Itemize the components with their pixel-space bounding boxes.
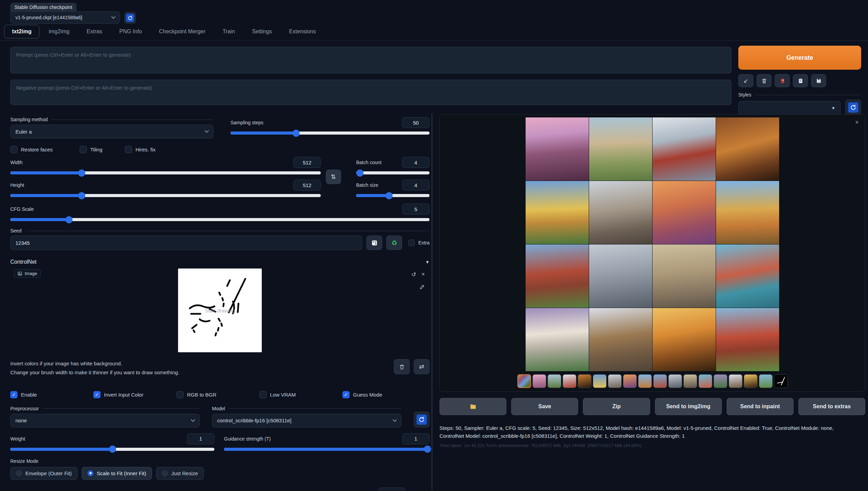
gallery-image[interactable] [716, 181, 779, 244]
sampling-steps-value[interactable]: 50 [402, 117, 430, 128]
model-refresh-button[interactable] [414, 412, 430, 427]
gallery-image[interactable] [526, 117, 589, 181]
gallery-image[interactable] [653, 117, 716, 181]
slider-knob[interactable] [386, 192, 393, 199]
send-to-extras-button[interactable]: Send to extras [798, 398, 865, 415]
tab-extras[interactable]: Extras [79, 25, 110, 38]
swap-width-height-button[interactable]: ⇅ [326, 170, 341, 184]
controlnet-model-dropdown[interactable]: control_scribble-fp16 [c508311e] [212, 414, 401, 427]
weight-value[interactable]: 1 [187, 433, 214, 444]
gallery-thumbnail[interactable] [517, 374, 531, 388]
gallery-image[interactable] [653, 244, 716, 308]
width-value[interactable]: 512 [293, 157, 321, 168]
styles-dropdown[interactable]: ▼ [738, 101, 841, 115]
slider-knob[interactable] [356, 169, 363, 176]
resize-scale-to-fit-radio[interactable]: Scale to Fit (Inner Fit) [82, 467, 152, 480]
tab-txt2img[interactable]: txt2img [4, 25, 39, 38]
gallery-thumbnail[interactable] [563, 374, 576, 388]
slider-knob[interactable] [293, 129, 300, 137]
gallery-image[interactable] [716, 244, 779, 308]
slider-knob[interactable] [66, 216, 73, 223]
invert-input-color-checkbox[interactable]: ✓ Invert Input Color [93, 391, 176, 398]
extra-seed-checkbox[interactable]: ✓ Extra [408, 240, 430, 246]
batch-size-value[interactable]: 4 [402, 180, 430, 191]
checkpoint-dropdown[interactable]: v1-5-pruned.ckpt [e1441589a6] [10, 11, 120, 24]
gallery-thumbnail[interactable] [578, 374, 591, 388]
gallery-image[interactable] [589, 308, 652, 371]
tab-png-info[interactable]: PNG Info [112, 25, 150, 38]
tab-train[interactable]: Train [215, 25, 243, 38]
tab-img2img[interactable]: img2img [41, 25, 77, 38]
paste-params-button[interactable] [793, 74, 808, 87]
controlnet-sketch-canvas[interactable]: Start drawing [178, 269, 262, 352]
gallery-image[interactable] [589, 181, 652, 244]
gallery-image[interactable] [589, 244, 652, 308]
guidance-strength-value[interactable]: 1 [402, 433, 430, 444]
random-seed-button[interactable] [366, 236, 382, 250]
gallery-image[interactable] [653, 308, 716, 371]
guidance-strength-slider[interactable] [224, 448, 430, 451]
controlnet-header[interactable]: ControlNet ▼ [10, 259, 430, 265]
guess-mode-checkbox[interactable]: ✓ Guess Mode [342, 391, 425, 398]
gallery-thumbnail[interactable] [699, 374, 712, 388]
slider-knob[interactable] [424, 446, 431, 453]
gallery-thumbnail[interactable] [729, 374, 742, 388]
gallery-thumbnail[interactable] [532, 374, 546, 388]
tiling-checkbox[interactable]: ✓ Tiling [80, 146, 125, 153]
brush-icon[interactable] [419, 284, 425, 290]
zip-button[interactable]: Zip [583, 398, 650, 415]
clear-prompt-button[interactable] [756, 74, 772, 87]
open-folder-button[interactable] [439, 398, 506, 415]
width-slider[interactable] [10, 171, 321, 174]
gallery-image[interactable] [653, 181, 716, 244]
checkpoint-refresh-button[interactable] [124, 12, 136, 24]
tab-checkpoint-merger[interactable]: Checkpoint Merger [151, 25, 213, 38]
cfg-scale-slider[interactable] [10, 218, 430, 221]
prompt-input[interactable] [11, 47, 731, 73]
close-gallery-icon[interactable]: × [855, 119, 859, 126]
resize-just-resize-radio[interactable]: Just Resize [156, 467, 204, 480]
send-to-inpaint-button[interactable]: Send to inpaint [727, 398, 794, 415]
tab-extensions[interactable]: Extensions [281, 25, 324, 38]
batch-count-value[interactable]: 4 [402, 157, 430, 168]
clear-canvas-button[interactable] [394, 359, 410, 374]
gallery-image[interactable] [526, 181, 589, 244]
gallery-thumbnail[interactable] [759, 374, 773, 388]
save-button[interactable]: Save [511, 398, 578, 415]
slider-knob[interactable] [109, 446, 116, 453]
gallery-thumbnail[interactable] [638, 374, 652, 388]
gallery-image[interactable] [526, 308, 589, 371]
batch-count-slider[interactable] [356, 171, 430, 174]
gallery-thumbnail[interactable] [774, 374, 788, 388]
gallery-thumbnail[interactable] [608, 374, 622, 388]
height-slider[interactable] [10, 194, 321, 197]
styles-refresh-button[interactable] [845, 100, 861, 115]
rgb-to-bgr-checkbox[interactable]: ✓ RGB to BGR [176, 391, 259, 398]
height-value[interactable]: 512 [293, 180, 321, 191]
tab-settings[interactable]: Settings [244, 25, 280, 38]
save-style-button[interactable] [811, 74, 826, 87]
controlnet-image-tab[interactable]: Image [14, 269, 41, 278]
slider-knob[interactable] [78, 192, 85, 199]
gallery-thumbnail[interactable] [668, 374, 682, 388]
gallery-thumbnail[interactable] [653, 374, 667, 388]
interrupt-arrow-button[interactable]: ↙ [738, 74, 753, 87]
gallery-image[interactable] [589, 117, 652, 181]
sampling-steps-slider[interactable] [231, 132, 430, 135]
undo-icon[interactable]: ↺ [411, 271, 416, 278]
gallery-thumbnail[interactable] [683, 374, 697, 388]
slider-knob[interactable] [78, 169, 85, 176]
gallery-image[interactable] [526, 244, 589, 308]
gallery-thumbnail[interactable] [593, 374, 607, 388]
resize-envelope-radio[interactable]: Envelope (Outer Fit) [10, 467, 78, 480]
gallery-image[interactable] [716, 308, 779, 371]
low-vram-checkbox[interactable]: ✓ Low VRAM [259, 391, 342, 398]
canvas-width-value[interactable]: 512 [378, 488, 406, 491]
generate-button[interactable]: Generate [738, 46, 861, 70]
send-to-img2img-button[interactable]: Send to img2img [655, 398, 722, 415]
reuse-seed-button[interactable]: ♻ [386, 236, 402, 250]
batch-size-slider[interactable] [356, 194, 430, 197]
hires-fix-checkbox[interactable]: ✓ Hires. fix [125, 146, 155, 153]
gallery-thumbnail[interactable] [744, 374, 758, 388]
transfer-button[interactable]: ⇄ [414, 359, 430, 374]
